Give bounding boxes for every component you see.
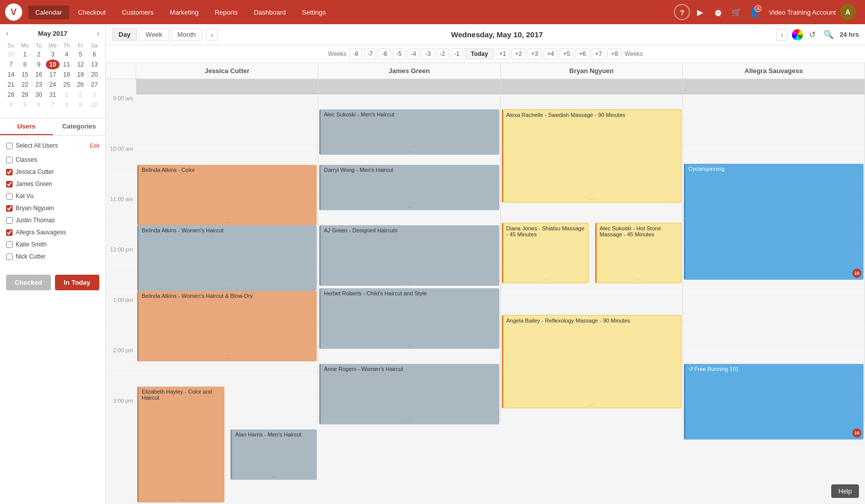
mini-cal-day[interactable]: 7 [4, 59, 18, 70]
staff-bryan[interactable]: Bryan Ngyuen [501, 63, 683, 79]
checkbox-nick-cutter[interactable] [6, 254, 13, 260]
appt-alec-haircut[interactable]: Alec Sukoski - Men's Haircut ... [319, 109, 499, 155]
nav-reports[interactable]: Reports [208, 6, 245, 19]
user-item-kat-vu[interactable]: Kat Vu [6, 190, 99, 202]
mini-cal-day[interactable]: 12 [74, 59, 88, 70]
mini-cal-day[interactable]: 9 [32, 59, 46, 70]
appt-anne-rogers[interactable]: Anne Rogers - Women's Haircut ... [319, 364, 499, 424]
mini-cal-day[interactable]: 8 [18, 59, 32, 70]
checkbox-classes[interactable] [6, 157, 13, 163]
week-minus5[interactable]: -5 [393, 48, 406, 59]
mini-cal-day[interactable]: 25 [60, 80, 74, 90]
mini-cal-day[interactable]: 4 [4, 100, 18, 110]
week-minus7[interactable]: -7 [364, 48, 377, 59]
checkbox-katie-smith[interactable] [6, 241, 13, 248]
in-today-button[interactable]: In Today [55, 275, 100, 290]
checkbox-select-all[interactable] [6, 143, 13, 149]
mini-cal-day[interactable]: 6 [87, 49, 101, 59]
appt-angela-bailey[interactable]: Angela Bailey - Reflexology Massage - 90… [502, 315, 681, 408]
appt-elizabeth-color[interactable]: Elizabeth Hayley - Color and Haircut ... [137, 387, 224, 502]
week-minus3[interactable]: -3 [422, 48, 434, 59]
user-item-james-green[interactable]: James Green [6, 178, 99, 190]
appt-cycle-spinning[interactable]: Cycle/spinning 10 [684, 164, 863, 280]
user-item-jessica-cutter[interactable]: Jessica Cutter [6, 166, 99, 178]
nav-marketing[interactable]: Marketing [163, 6, 206, 19]
search-icon[interactable]: 🔍 [822, 29, 836, 40]
nav-dashboard[interactable]: Dashboard [247, 6, 293, 19]
appt-free-running[interactable]: ↺ Free Running 101 10 [684, 364, 863, 439]
mini-cal-day[interactable]: 24 [46, 80, 60, 90]
mini-cal-day[interactable]: 6 [32, 100, 46, 110]
checkbox-bryan-ngyuen[interactable] [6, 205, 13, 212]
mini-cal-day[interactable]: 5 [18, 100, 32, 110]
appt-diana-jones[interactable]: Diana Jones - Shiatsu Massage - 45 Minut… [502, 223, 589, 283]
mini-cal-day[interactable]: 4 [60, 49, 74, 59]
mini-cal-day[interactable]: 26 [74, 80, 88, 90]
mini-cal-day[interactable]: 5 [74, 49, 88, 59]
mini-cal-day[interactable]: 30 [4, 49, 18, 59]
week-plus8[interactable]: +8 [607, 48, 621, 59]
week-minus6[interactable]: -6 [378, 48, 391, 59]
mini-cal-day[interactable]: 8 [60, 100, 74, 110]
alarm-icon[interactable]: ⏰ [710, 4, 726, 20]
mini-cal-day[interactable]: 17 [46, 70, 60, 80]
nav-customers[interactable]: Customers [115, 6, 161, 19]
staff-jessica[interactable]: Jessica Cutter [136, 63, 318, 79]
appt-aj-green[interactable]: AJ Green - Designed Haircuts ... [319, 225, 499, 286]
appt-belinda-haircut[interactable]: Belinda Atkins - Women's Haircut ... [137, 225, 317, 291]
week-minus1[interactable]: -1 [451, 48, 464, 59]
color-wheel-icon[interactable] [792, 29, 803, 40]
mini-cal-day[interactable]: 3 [46, 49, 60, 59]
mini-cal-day[interactable]: 3 [87, 90, 101, 100]
week-plus5[interactable]: +5 [559, 48, 573, 59]
week-minus4[interactable]: -4 [408, 48, 420, 59]
checkbox-james-green[interactable] [6, 181, 13, 187]
checkbox-jessica-cutter[interactable] [6, 169, 13, 175]
mini-cal-day[interactable]: 30 [32, 90, 46, 100]
checkbox-allegra-sauvagess[interactable] [6, 229, 13, 236]
week-today[interactable]: Today [465, 48, 493, 59]
checkbox-kat-vu[interactable] [6, 193, 13, 200]
mini-cal-day[interactable]: 2 [32, 49, 46, 59]
mini-cal-day[interactable]: 11 [60, 59, 74, 70]
help-button[interactable]: Help [831, 484, 859, 498]
appt-alec-hotstone[interactable]: Alec Sukoski - Hot Stone Massage - 45 Mi… [595, 223, 681, 283]
tab-users[interactable]: Users [0, 118, 53, 135]
prev-day-button[interactable]: ‹ [206, 29, 218, 41]
week-plus2[interactable]: +2 [511, 48, 526, 59]
user-item-nick-cutter[interactable]: Nick Cutter [6, 250, 99, 263]
nav-calendar[interactable]: Calendar [28, 6, 69, 19]
edit-link[interactable]: Edit [90, 143, 99, 149]
mini-cal-day[interactable]: 2 [74, 90, 88, 100]
user-item-justin-thomas[interactable]: Justin Thomas [6, 214, 99, 226]
mini-cal-day[interactable]: 27 [87, 80, 101, 90]
day-view-tab[interactable]: Day [112, 28, 137, 41]
mini-cal-day[interactable]: 15 [18, 70, 32, 80]
next-month-button[interactable]: › [95, 28, 101, 38]
appt-herbet-roberts[interactable]: Herbet Roberts - Child's Haircut and Sty… [319, 288, 499, 349]
mini-cal-day[interactable]: 13 [87, 59, 101, 70]
mini-cal-day[interactable]: 31 [46, 90, 60, 100]
mini-cal-day[interactable]: 16 [32, 70, 46, 80]
mini-cal-day[interactable]: 20 [87, 70, 101, 80]
week-plus4[interactable]: +4 [544, 48, 558, 59]
mini-cal-day[interactable]: 21 [4, 80, 18, 90]
tab-categories[interactable]: Categories [53, 118, 106, 135]
logo[interactable]: V [5, 4, 22, 21]
nav-settings[interactable]: Settings [295, 6, 333, 19]
user-item-allegra-sauvagess[interactable]: Allegra Sauvagess [6, 226, 99, 238]
refresh-icon[interactable]: ↺ [807, 29, 818, 40]
staff-james[interactable]: James Green [318, 63, 500, 79]
nav-checkout[interactable]: Checkout [71, 6, 113, 19]
play-icon[interactable]: ▶ [692, 4, 708, 20]
appt-darryl-haircut[interactable]: Darryl Wong - Men's Haircut ... [319, 165, 499, 210]
week-plus6[interactable]: +6 [575, 48, 590, 59]
mini-cal-day[interactable]: 1 [18, 49, 32, 59]
appt-belinda-color[interactable]: Belinda Atkins - Color ... [137, 165, 317, 225]
mini-cal-day[interactable]: 10 [87, 100, 101, 110]
week-minus8[interactable]: -8 [350, 48, 362, 59]
week-minus2[interactable]: -2 [436, 48, 449, 59]
mini-cal-day[interactable]: 14 [4, 70, 18, 80]
week-plus7[interactable]: +7 [592, 48, 606, 59]
staff-allegra[interactable]: Allegra Sauvagess [683, 63, 865, 79]
